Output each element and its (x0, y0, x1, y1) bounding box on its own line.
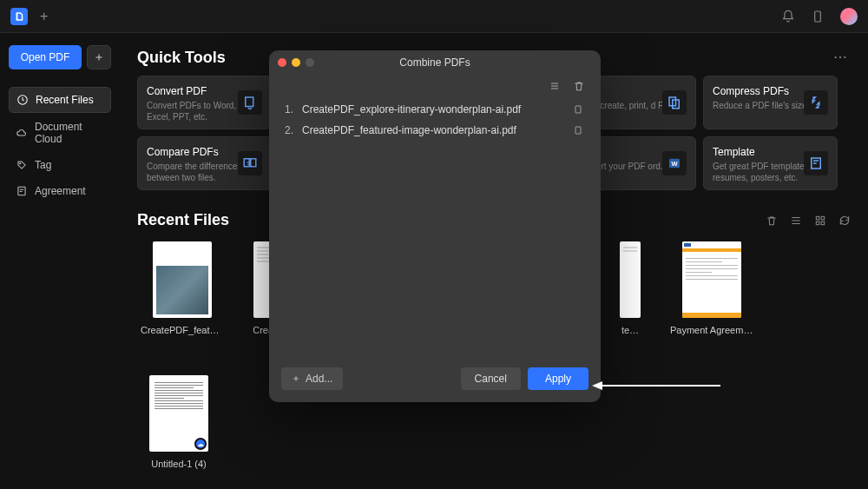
maximize-window-icon[interactable] (306, 58, 314, 67)
modal-file-row[interactable]: 2. CreatePDF_featured-image-wonderplan-a… (285, 120, 585, 141)
topbar-left: + (10, 8, 48, 25)
tag-icon (16, 159, 28, 171)
modal-footer: Add... Cancel Apply (269, 359, 601, 402)
file-item[interactable]: Payment Agreement (670, 241, 753, 335)
sidebar-item-label: Agreement (35, 185, 86, 197)
apply-button[interactable]: Apply (528, 367, 589, 390)
sidebar-item-recent-files[interactable]: Recent Files (9, 87, 111, 113)
file-name: Untitled-1 (4) (137, 459, 220, 469)
file-index: 1. (285, 103, 293, 116)
svg-rect-17 (575, 106, 581, 113)
more-menu[interactable]: ⋯ (833, 49, 849, 65)
svg-rect-4 (246, 97, 253, 107)
svg-rect-0 (815, 11, 821, 22)
add-button[interactable]: Add... (281, 367, 343, 390)
sidebar: Open PDF Recent Files Document Cloud Tag… (0, 33, 120, 489)
recent-view-actions (766, 215, 851, 227)
sidebar-item-label: Recent Files (36, 94, 94, 106)
svg-rect-15 (816, 221, 819, 224)
open-plus-button[interactable] (87, 45, 111, 69)
list-view-icon[interactable] (790, 215, 802, 227)
sidebar-item-agreement[interactable]: Agreement (9, 179, 111, 203)
compress-icon (804, 90, 828, 115)
top-bar: + (0, 0, 868, 33)
template-icon (804, 151, 828, 175)
svg-rect-13 (816, 216, 819, 220)
tool-convert-pdf[interactable]: Convert PDF Convert PDFs to Word, Excel,… (137, 76, 272, 129)
page-file-icon (573, 104, 585, 115)
plus-icon (292, 374, 300, 383)
file-index: 2. (285, 124, 293, 136)
list-icon[interactable] (549, 80, 561, 92)
file-row-name: CreatePDF_featured-image-wonderplan-ai.p… (302, 124, 564, 136)
bell-icon[interactable] (781, 10, 795, 23)
file-name: CreatePDF_feature… (141, 325, 224, 335)
svg-rect-3 (18, 187, 25, 195)
tool-compare-pdfs[interactable]: Compare PDFs Compare the differences bet… (137, 136, 272, 190)
file-name: te… (613, 325, 648, 335)
cloud-badge-icon: ☁ (194, 438, 207, 450)
file-item[interactable]: CreatePDF_feature… (141, 241, 224, 335)
file-thumbnail (620, 241, 641, 318)
file-item[interactable]: ☁ Untitled-1 (4) (137, 375, 220, 469)
svg-text:W: W (671, 160, 678, 168)
modal-body: 1. CreatePDF_explore-itinerary-wonderpla… (269, 96, 601, 359)
svg-rect-18 (575, 127, 581, 134)
svg-rect-14 (821, 216, 825, 220)
sidebar-item-tag[interactable]: Tag (9, 153, 111, 177)
sidebar-list: Recent Files Document Cloud Tag Agreemen… (9, 87, 111, 203)
tool-compress-pdfs[interactable]: Compress PDFs Reduce a PDF file's size. (703, 76, 838, 129)
sidebar-item-label: Document Cloud (35, 121, 104, 145)
svg-rect-8 (251, 159, 256, 167)
convert-icon (238, 90, 262, 115)
remove-icon[interactable] (766, 215, 778, 227)
sidebar-item-label: Tag (35, 159, 51, 171)
minimize-window-icon[interactable] (292, 58, 300, 67)
grid-view-icon[interactable] (814, 215, 826, 227)
page-file-icon (573, 125, 585, 135)
compare-icon: 5 (238, 151, 262, 175)
recent-files-title: Recent Files (137, 211, 229, 229)
svg-rect-16 (821, 221, 825, 224)
modal-footer-right: Cancel Apply (461, 367, 589, 390)
modal-file-row[interactable]: 1. CreatePDF_explore-itinerary-wonderpla… (285, 99, 585, 120)
agreement-icon (16, 185, 28, 197)
close-window-icon[interactable] (278, 58, 286, 67)
tool-template[interactable]: Template Get great PDF templates for res… (703, 136, 838, 190)
open-row: Open PDF (9, 45, 111, 69)
refresh-icon[interactable] (838, 215, 851, 227)
modal-toolbar (269, 75, 601, 96)
add-button-label: Add... (306, 373, 332, 385)
batch-icon (662, 90, 687, 115)
avatar[interactable] (840, 8, 858, 25)
trash-icon[interactable] (573, 80, 585, 92)
phone-icon[interactable] (811, 10, 825, 23)
window-controls[interactable] (278, 58, 314, 67)
file-name: Payment Agreement (670, 325, 753, 335)
file-thumbnail (153, 241, 212, 318)
cancel-button[interactable]: Cancel (461, 367, 521, 390)
word-icon: W (662, 151, 687, 175)
combine-pdfs-modal: Combine PDFs 1. CreatePDF_explore-itiner… (269, 50, 601, 402)
modal-titlebar: Combine PDFs (269, 50, 601, 75)
open-pdf-button[interactable]: Open PDF (9, 45, 82, 69)
topbar-right (781, 8, 858, 25)
cloud-icon (16, 127, 28, 139)
file-item[interactable]: te… (613, 241, 648, 335)
modal-title: Combine PDFs (269, 56, 601, 69)
app-logo[interactable] (10, 8, 28, 25)
svg-point-2 (20, 163, 21, 164)
new-tab-button[interactable]: + (40, 9, 48, 24)
file-thumbnail (682, 241, 741, 318)
file-row-name: CreatePDF_explore-itinerary-wonderplan-a… (302, 103, 564, 116)
clock-icon (16, 94, 29, 106)
sidebar-item-document-cloud[interactable]: Document Cloud (9, 115, 111, 151)
